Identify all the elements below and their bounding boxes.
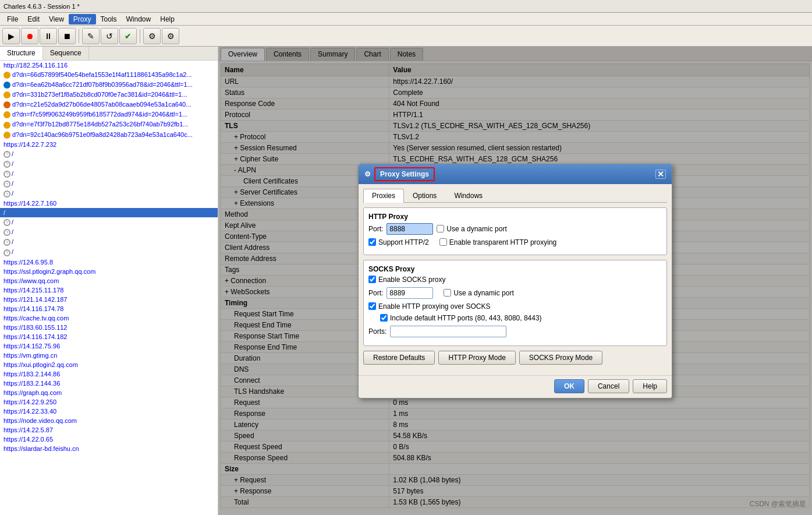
left-panel: Structure Sequence http://182.254.116.11… xyxy=(0,47,218,515)
list-item[interactable]: https://14.116.174.78 xyxy=(0,304,218,313)
list-item[interactable]: https://183.2.144.86 xyxy=(0,369,218,379)
list-item[interactable]: https://14.22.7.232 xyxy=(0,140,218,149)
socks-proxy-label: SOCKS Proxy xyxy=(368,265,662,273)
list-item[interactable]: d?dn=92c140ac96b9751e0f9a8d2428ab723a94e… xyxy=(0,130,218,140)
list-item[interactable]: https://14.215.11.178 xyxy=(0,285,218,295)
http-transparent-label[interactable]: Enable transparent HTTP proxying xyxy=(439,238,557,246)
socks-include-default-label[interactable]: Include default HTTP ports (80, 443, 808… xyxy=(380,314,542,322)
list-item[interactable]: / xyxy=(0,208,218,217)
tab-sequence[interactable]: Sequence xyxy=(43,47,89,60)
list-item[interactable]: https://14.22.7.160 xyxy=(0,199,218,208)
http-support-http2-checkbox[interactable] xyxy=(368,238,376,246)
list-item[interactable]: http://182.254.116.116 xyxy=(0,61,218,70)
http-proxy-label: HTTP Proxy xyxy=(368,213,662,221)
list-item[interactable]: https://node.video.qq.com xyxy=(0,416,218,425)
list-item[interactable]: https://14.152.75.96 xyxy=(0,341,218,351)
tb-refresh-button[interactable]: ↺ xyxy=(101,28,118,44)
list-item[interactable]: https://183.2.144.36 xyxy=(0,379,218,388)
left-content: http://182.254.116.116d?dn=66d57899f540e… xyxy=(0,61,218,515)
tb-settings2-button[interactable]: ⚙ xyxy=(162,28,179,44)
list-item[interactable]: d?dn=331b273ef1f8a5b2b8cd070f0e7ac381&id… xyxy=(0,90,218,100)
dialog-title-text: Proxy Settings xyxy=(374,167,435,181)
list-item[interactable]: ?/ xyxy=(0,227,218,237)
menu-window[interactable]: Window xyxy=(122,14,156,24)
list-item[interactable]: ?/ xyxy=(0,169,218,179)
tb-check-button[interactable]: ✔ xyxy=(119,28,137,44)
dialog-close-button[interactable]: ✕ xyxy=(655,170,666,179)
list-item[interactable]: ?/ xyxy=(0,179,218,189)
app-title: Charles 4.6.3 - Session 1 * xyxy=(3,3,80,10)
http-support-http2-label[interactable]: Support HTTP/2 xyxy=(368,238,429,246)
list-item[interactable]: https://14.116.174.182 xyxy=(0,332,218,341)
list-item[interactable]: https://183.60.155.112 xyxy=(0,323,218,332)
list-item[interactable]: https://14.22.5.87 xyxy=(0,425,218,435)
restore-defaults-button[interactable]: Restore Defaults xyxy=(363,351,435,365)
list-item[interactable]: https://graph.qq.com xyxy=(0,388,218,397)
list-item[interactable]: ?/ xyxy=(0,247,218,257)
http-proxy-options-row: Support HTTP/2 Enable transparent HTTP p… xyxy=(368,238,662,246)
toolbar-separator-1 xyxy=(79,29,79,43)
http-transparent-checkbox[interactable] xyxy=(439,238,447,246)
dialog-body: Proxies Options Windows HTTP Proxy Port: xyxy=(359,184,672,375)
list-item[interactable]: ?/ xyxy=(0,217,218,227)
list-item[interactable]: d?dn=e7f3f7b12bd8775e184db527a253c26bf74… xyxy=(0,119,218,129)
menu-edit[interactable]: Edit xyxy=(23,14,44,24)
socks-include-default-row: Include default HTTP ports (80, 443, 808… xyxy=(380,314,662,322)
menu-view[interactable]: View xyxy=(44,14,69,24)
socks-port-input[interactable] xyxy=(387,287,433,299)
list-item[interactable]: https://ssl.ptlogin2.graph.qq.com xyxy=(0,267,218,276)
proxy-settings-dialog: ⚙ Proxy Settings ✕ Proxies Options Windo… xyxy=(358,164,672,398)
list-item[interactable]: https://www.qq.com xyxy=(0,276,218,285)
cancel-button[interactable]: Cancel xyxy=(588,379,629,393)
list-item[interactable]: ?/ xyxy=(0,159,218,169)
socks-http-over-socks-label[interactable]: Enable HTTP proxying over SOCKS xyxy=(368,302,491,311)
list-item[interactable]: ?/ xyxy=(0,189,218,199)
tb-start-button[interactable]: ▶ xyxy=(2,28,20,44)
tb-pause-button[interactable]: ⏸ xyxy=(40,28,57,44)
dialog-tab-proxies[interactable]: Proxies xyxy=(363,189,404,203)
list-item[interactable]: ?/ xyxy=(0,149,218,159)
help-button[interactable]: Help xyxy=(633,379,667,393)
http-proxy-mode-button[interactable]: HTTP Proxy Mode xyxy=(438,351,515,365)
socks-include-default-checkbox[interactable] xyxy=(380,314,388,322)
dialog-tab-options[interactable]: Options xyxy=(404,189,445,202)
list-item[interactable]: d?dn=c21e52da9d27b06de48057ab08caaeb094e… xyxy=(0,100,218,110)
list-item[interactable]: d?dn=6ea62b48a6cc721df07b8f9b03956ad78&i… xyxy=(0,80,218,90)
socks-ports-input[interactable] xyxy=(390,326,506,337)
dialog-overlay: ⚙ Proxy Settings ✕ Proxies Options Windo… xyxy=(218,47,812,515)
tb-edit-button[interactable]: ✎ xyxy=(82,28,100,44)
http-dynamic-port-label[interactable]: Use a dynamic port xyxy=(437,225,506,233)
menu-file[interactable]: File xyxy=(2,14,23,24)
list-item[interactable]: https://vm.gtimg.cn xyxy=(0,351,218,360)
list-item[interactable]: https://14.22.9.250 xyxy=(0,397,218,407)
tb-record-button[interactable]: ⏺ xyxy=(21,28,38,44)
list-item[interactable]: https://121.14.142.187 xyxy=(0,295,218,304)
list-item[interactable]: d?dn=66d57899f540e54befa1553e1f4af111886… xyxy=(0,70,218,80)
toolbar: ▶ ⏺ ⏸ ⏹ ✎ ↺ ✔ ⚙ ⚙ xyxy=(0,26,812,47)
list-item[interactable]: https://14.22.33.40 xyxy=(0,407,218,416)
list-item[interactable]: https://cache.tv.qq.com xyxy=(0,313,218,323)
socks-enable-label[interactable]: Enable SOCKS proxy xyxy=(368,276,445,284)
socks-dynamic-port-checkbox[interactable] xyxy=(444,289,451,297)
dialog-mode-buttons-row: Restore Defaults HTTP Proxy Mode SOCKS P… xyxy=(363,351,667,367)
ok-button[interactable]: OK xyxy=(554,379,584,393)
dialog-tab-windows[interactable]: Windows xyxy=(445,189,491,202)
list-item[interactable]: ?/ xyxy=(0,237,218,247)
tab-structure[interactable]: Structure xyxy=(0,47,43,60)
list-item[interactable]: https://14.22.0.65 xyxy=(0,435,218,444)
tb-stop-button[interactable]: ⏹ xyxy=(58,28,76,44)
tb-settings-button[interactable]: ⚙ xyxy=(143,28,161,44)
list-item[interactable]: https://slardar-bd.feishu.cn xyxy=(0,444,218,453)
http-port-input[interactable] xyxy=(387,223,433,235)
socks-http-over-socks-checkbox[interactable] xyxy=(368,302,376,310)
http-dynamic-port-checkbox[interactable] xyxy=(437,225,444,232)
menu-help[interactable]: Help xyxy=(155,14,179,24)
list-item[interactable]: d?dn=f7c59f9063249b959fb6185772dad974&id… xyxy=(0,110,218,119)
socks-enable-checkbox[interactable] xyxy=(368,276,376,283)
list-item[interactable]: https://124.6.95.8 xyxy=(0,258,218,267)
socks-dynamic-port-label[interactable]: Use a dynamic port xyxy=(444,289,513,297)
socks-proxy-mode-button[interactable]: SOCKS Proxy Mode xyxy=(519,351,602,365)
menu-tools[interactable]: Tools xyxy=(96,14,122,24)
menu-proxy[interactable]: Proxy xyxy=(69,14,96,24)
list-item[interactable]: https://xui.ptlogin2.qq.com xyxy=(0,360,218,369)
